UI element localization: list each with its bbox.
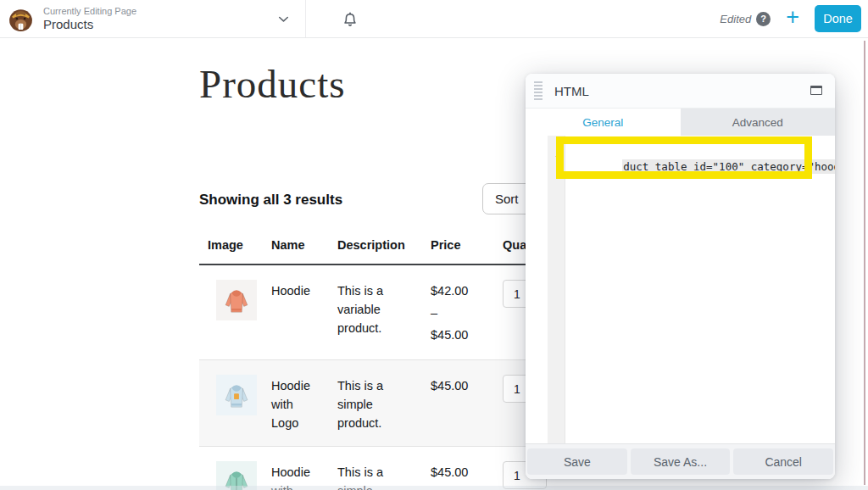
logo-patch: [234, 393, 239, 399]
code-line[interactable]: duct_table id="100" category="hoodies"]: [571, 148, 835, 186]
edited-status: Edited: [720, 13, 751, 25]
chevron-down-icon[interactable]: [275, 11, 292, 27]
product-price: $42.00 – $45.00: [431, 280, 475, 346]
product-price: $45.00: [431, 375, 475, 397]
product-description: This is a variable product.: [337, 280, 403, 337]
help-icon[interactable]: ?: [756, 12, 771, 26]
product-table: Image Name Description Price Quantity: [199, 238, 581, 490]
header-description: Description: [337, 238, 431, 252]
product-price: $45.00: [431, 461, 475, 483]
editor-gutter: 1: [548, 136, 565, 443]
cancel-button[interactable]: Cancel: [733, 448, 833, 475]
html-module-settings-dialog: HTML General Advanced 1 duct_table id="1…: [526, 74, 835, 479]
drag-handle-icon[interactable]: [526, 81, 546, 100]
bell-icon[interactable]: [341, 9, 359, 28]
tab-general[interactable]: General: [526, 109, 681, 136]
table-row: Hoodie with Zipper This is a simple prod…: [199, 447, 581, 490]
current-page-name: Products: [43, 17, 136, 31]
save-button[interactable]: Save: [527, 448, 627, 475]
bottom-edge: [0, 486, 868, 490]
dialog-tabs: General Advanced: [526, 109, 835, 136]
table-row: Hoodie This is a variable product. $42.0…: [199, 265, 581, 360]
product-name: Hoodie with Logo: [271, 375, 319, 432]
header-price: Price: [431, 238, 503, 252]
table-row: Hoodie with Logo This is a simple produc…: [199, 360, 581, 447]
builder-menu[interactable]: Currently Editing Page Products: [0, 5, 136, 33]
window-maximize-icon[interactable]: [810, 86, 822, 95]
product-image: [216, 280, 257, 320]
tab-advanced[interactable]: Advanced: [681, 109, 836, 136]
dialog-title: HTML: [546, 84, 589, 98]
product-table-header: Image Name Description Price Quantity: [199, 238, 581, 265]
line-number: 1: [555, 148, 561, 159]
plus-icon[interactable]: +: [786, 6, 799, 29]
product-name: Hoodie: [271, 280, 319, 300]
product-image: [216, 375, 257, 415]
header-name: Name: [271, 238, 337, 252]
done-button[interactable]: Done: [815, 5, 861, 32]
beaver-logo: [7, 5, 35, 33]
page-title: Products: [199, 61, 346, 107]
beaver-builder-editor: Currently Editing Page Products Edited ?…: [0, 0, 868, 490]
topbar-divider: [305, 0, 306, 37]
product-description: This is a simple product.: [337, 375, 403, 432]
header-image: Image: [199, 238, 271, 252]
dialog-footer: Save Save As... Cancel: [526, 443, 835, 479]
results-count: Showing all 3 results: [199, 192, 342, 209]
code-editor[interactable]: 1 duct_table id="100" category="hoodies"…: [526, 136, 835, 443]
dialog-header: HTML: [526, 74, 835, 109]
save-as-button[interactable]: Save As...: [631, 448, 731, 475]
currently-editing-label: Currently Editing Page: [43, 6, 136, 17]
window-edge-line: [864, 41, 865, 485]
top-bar: Currently Editing Page Products Edited ?…: [0, 0, 868, 38]
